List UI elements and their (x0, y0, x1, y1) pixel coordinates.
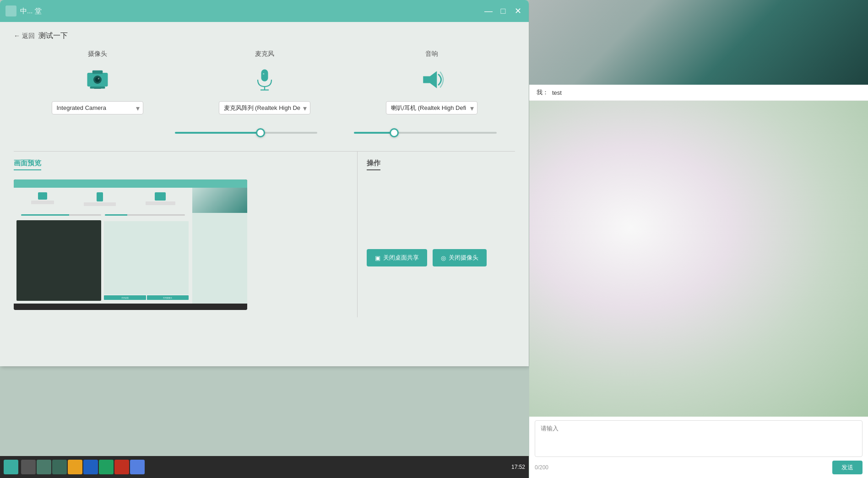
user-name: test (552, 89, 562, 96)
camera-label: 摄像头 (88, 50, 107, 58)
mic-label: 麦克风 (255, 50, 274, 58)
title-bar-controls: — □ ✕ (483, 5, 523, 16)
camera-preview-bg (529, 0, 868, 85)
preview-title: 画面预览 (14, 159, 41, 170)
preview-image: 关闭桌面 关闭摄像头 (14, 179, 247, 310)
user-info-bar: 我： test (529, 85, 868, 101)
speaker-label: 音响 (425, 50, 438, 58)
right-panel: 我： test 0/200 发送 (529, 0, 868, 478)
mic-select[interactable]: 麦克风阵列 (Realtek High De (219, 101, 310, 114)
input-area: 0/200 发送 (529, 417, 868, 478)
close-camera-label: 关闭摄像头 (449, 254, 478, 262)
camera-icon-btn: ◎ (441, 255, 446, 261)
taskbar-icon-8[interactable] (130, 460, 145, 474)
title-bar-left: 中... 堂 (5, 5, 42, 16)
mic-select-wrapper[interactable]: 麦克风阵列 (Realtek High De (219, 101, 310, 114)
svg-rect-1 (92, 71, 103, 74)
taskbar-icon-3[interactable] (52, 460, 67, 474)
camera-select-wrapper[interactable]: Integrated Camera (52, 101, 143, 114)
svg-point-3 (95, 77, 100, 82)
mic-icon (246, 64, 283, 96)
taskbar-icon-2[interactable] (37, 460, 51, 474)
speaker-slider-thumb[interactable] (390, 128, 399, 137)
title-bar: 中... 堂 — □ ✕ (0, 0, 529, 22)
sliders-row (14, 128, 515, 137)
taskbar-icon-5[interactable] (83, 460, 98, 474)
devices-row: 摄像头 Integrated Camera (14, 50, 515, 114)
window-title: 中... 堂 (20, 7, 42, 16)
speaker-icon (413, 64, 450, 96)
content-area: ← 返回 测试一下 摄像头 (0, 22, 529, 366)
speaker-slider-col (336, 128, 515, 137)
maximize-button[interactable]: □ (498, 5, 509, 16)
chat-input[interactable] (535, 420, 863, 457)
char-count: 0/200 (535, 464, 548, 471)
close-camera-button[interactable]: ◎ 关闭摄像头 (433, 249, 487, 266)
taskbar: 17:52 (0, 456, 529, 478)
send-button[interactable]: 发送 (832, 461, 863, 474)
mic-section: 麦克风 麦克风阵列 (Realtek High De (181, 50, 348, 114)
speaker-select-wrapper[interactable]: 喇叭/耳机 (Realtek High Defi (386, 101, 477, 114)
ops-title: 操作 (367, 159, 380, 170)
app-logo (5, 5, 16, 16)
sections-row: 画面预览 (14, 151, 515, 317)
slider-empty (14, 128, 157, 137)
camera-select[interactable]: Integrated Camera (52, 101, 143, 114)
svg-rect-7 (261, 70, 268, 81)
camera-section: 摄像头 Integrated Camera (14, 50, 181, 114)
svg-rect-5 (90, 87, 105, 89)
back-nav: ← 返回 测试一下 (14, 31, 515, 41)
minimize-button[interactable]: — (483, 5, 494, 16)
main-window: 中... 堂 — □ ✕ ← 返回 测试一下 摄像头 (0, 0, 529, 366)
taskbar-icon-7[interactable] (114, 460, 129, 474)
page-title: 测试一下 (38, 31, 68, 41)
action-buttons: ▣ 关闭桌面共享 ◎ 关闭摄像头 (367, 249, 506, 266)
close-button[interactable]: ✕ (512, 5, 523, 16)
close-screen-share-button[interactable]: ▣ 关闭桌面共享 (367, 249, 427, 266)
taskbar-icon-4[interactable] (68, 460, 82, 474)
close-screen-share-label: 关闭桌面共享 (383, 254, 419, 262)
taskbar-items (4, 460, 510, 474)
user-avatar-label: 我： (537, 88, 548, 97)
taskbar-icon-1[interactable] (21, 460, 36, 474)
mic-slider-col (157, 128, 336, 137)
svg-marker-11 (423, 71, 437, 88)
ops-section: 操作 ▣ 关闭桌面共享 ◎ 关闭摄像头 (357, 152, 515, 317)
taskbar-right: 17:52 (511, 464, 525, 470)
flowers-bg (529, 101, 868, 417)
camera-icon (79, 64, 116, 96)
mic-slider-thumb[interactable] (256, 128, 265, 137)
speaker-select[interactable]: 喇叭/耳机 (Realtek High Defi (386, 101, 477, 114)
input-footer: 0/200 发送 (535, 461, 863, 474)
screen-share-icon: ▣ (375, 255, 380, 261)
speaker-section: 音响 喇叭/耳机 (Realtek High Defi (348, 50, 515, 114)
camera-preview (529, 0, 868, 85)
taskbar-icon-6[interactable] (99, 460, 114, 474)
taskbar-time: 17:52 (511, 464, 525, 470)
svg-point-4 (98, 78, 99, 79)
preview-section: 画面预览 (14, 152, 357, 317)
back-button[interactable]: ← 返回 (14, 32, 35, 40)
svg-point-10 (263, 73, 264, 75)
chat-area (529, 101, 868, 417)
taskbar-start[interactable] (4, 460, 18, 474)
